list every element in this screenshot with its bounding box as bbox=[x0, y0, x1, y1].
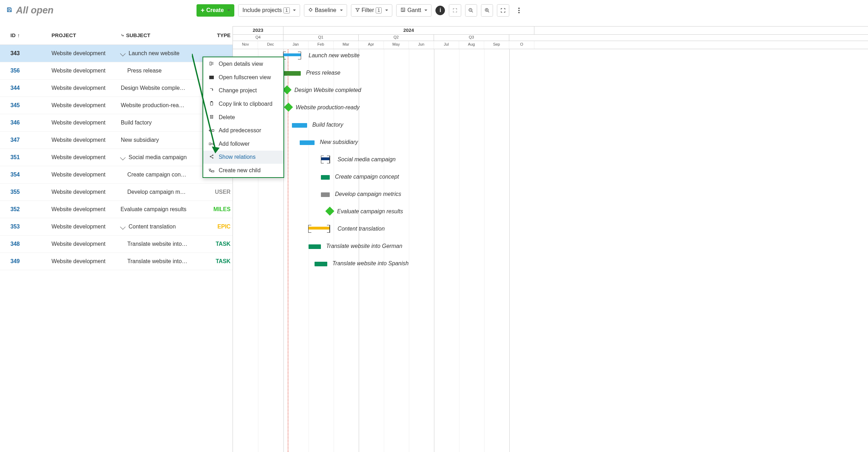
work-package-subject[interactable]: New subsidiary bbox=[121, 137, 214, 143]
display-mode-button[interactable]: Gantt bbox=[396, 4, 432, 16]
svg-line-40 bbox=[211, 157, 213, 158]
gantt-row[interactable]: Content translation bbox=[233, 221, 532, 238]
context-menu-item[interactable]: Add follower bbox=[203, 137, 284, 151]
table-row[interactable]: 352Website developmentEvaluate campaign … bbox=[0, 201, 233, 218]
timeline-month: Mar bbox=[334, 41, 359, 49]
gantt-row[interactable]: Develop campaign metrics bbox=[233, 186, 532, 204]
table-row[interactable]: 353Website developmentContent translatio… bbox=[0, 218, 233, 236]
fullscreen-button[interactable] bbox=[449, 4, 461, 16]
work-package-subject[interactable]: Translate website into… bbox=[121, 258, 214, 265]
gantt-summary-bar[interactable] bbox=[309, 227, 330, 230]
timeline-month: Nov bbox=[233, 41, 258, 49]
work-package-subject[interactable]: Website production-rea… bbox=[121, 102, 214, 109]
context-menu: Open details viewOpen fullscreen viewCha… bbox=[203, 57, 285, 178]
timeline-year: 2023 bbox=[233, 27, 283, 34]
gantt-summary-bar[interactable] bbox=[321, 157, 330, 161]
work-package-subject[interactable]: Launch new website bbox=[121, 50, 214, 57]
work-package-id[interactable]: 344 bbox=[10, 85, 51, 91]
table-row[interactable]: 344Website developmentDesign Website com… bbox=[0, 80, 233, 97]
context-menu-item[interactable]: Copy link to clipboard bbox=[203, 97, 284, 111]
create-button[interactable]: + Create bbox=[197, 4, 234, 16]
gantt-bar[interactable] bbox=[315, 262, 327, 266]
table-row[interactable]: 348Website developmentTranslate website … bbox=[0, 236, 233, 253]
table-row[interactable]: 343Website developmentLaunch new website bbox=[0, 45, 233, 62]
work-package-id[interactable]: 355 bbox=[10, 189, 51, 195]
more-button[interactable] bbox=[513, 4, 525, 16]
table-row[interactable]: 355Website developmentDevelop campaign m… bbox=[0, 184, 233, 201]
work-package-id[interactable]: 349 bbox=[10, 258, 51, 265]
table-row[interactable]: 346Website developmentBuild factory bbox=[0, 114, 233, 132]
sort-asc-icon: ↑ bbox=[17, 33, 20, 38]
work-package-subject[interactable]: Content translation bbox=[121, 224, 214, 230]
gantt-label: Translate website into German bbox=[326, 243, 402, 249]
gantt-summary-bar[interactable] bbox=[283, 53, 301, 57]
context-menu-item[interactable]: Create new child bbox=[203, 164, 284, 177]
context-menu-item[interactable]: Delete bbox=[203, 111, 284, 124]
work-package-id[interactable]: 356 bbox=[10, 68, 51, 74]
column-type[interactable]: TYPE bbox=[214, 33, 233, 38]
work-package-subject[interactable]: Design Website comple… bbox=[121, 85, 214, 91]
timeline-month: Dec bbox=[258, 41, 283, 49]
work-package-subject[interactable]: Develop campaign m… bbox=[121, 189, 214, 195]
context-menu-item[interactable]: Open details view bbox=[203, 57, 284, 71]
filter-button[interactable]: Filter 1 bbox=[351, 4, 393, 16]
context-menu-item[interactable]: Add predecessor bbox=[203, 124, 284, 137]
work-package-project: Website development bbox=[52, 50, 121, 57]
include-projects-button[interactable]: Include projects 1 bbox=[238, 4, 300, 16]
table-row[interactable]: 347Website developmentNew subsidiary bbox=[0, 132, 233, 149]
column-project[interactable]: PROJECT bbox=[52, 33, 121, 38]
gantt-bar[interactable] bbox=[321, 192, 330, 197]
work-package-id[interactable]: 353 bbox=[10, 224, 51, 230]
work-package-subject[interactable]: Press release bbox=[121, 68, 214, 74]
gantt-bar[interactable] bbox=[300, 140, 315, 145]
work-package-subject[interactable]: Translate website into… bbox=[121, 241, 214, 247]
work-package-subject[interactable]: Evaluate campaign results bbox=[121, 206, 213, 213]
work-package-id[interactable]: 351 bbox=[10, 154, 51, 161]
info-button[interactable]: i bbox=[435, 6, 445, 15]
work-package-subject[interactable]: Create campaign con… bbox=[121, 172, 214, 178]
table-row[interactable]: 349Website developmentTranslate website … bbox=[0, 253, 233, 270]
svg-line-12 bbox=[472, 11, 473, 12]
column-subject[interactable]: ⤷ SUBJECT bbox=[121, 33, 214, 38]
table-row[interactable]: 351Website developmentSocial media campa… bbox=[0, 149, 233, 166]
table-row[interactable]: 356Website developmentPress release bbox=[0, 62, 233, 80]
baseline-button[interactable]: Baseline bbox=[304, 4, 347, 16]
hierarchy-icon: ⤷ bbox=[121, 33, 124, 38]
save-icon[interactable] bbox=[6, 6, 12, 15]
work-package-id[interactable]: 343 bbox=[10, 50, 51, 57]
context-menu-item[interactable]: Show relations bbox=[203, 151, 284, 164]
context-menu-item[interactable]: Change project bbox=[203, 84, 284, 98]
work-package-id[interactable]: 346 bbox=[10, 120, 51, 126]
gantt-milestone[interactable] bbox=[284, 103, 293, 112]
table-row[interactable]: 354Website developmentCreate campaign co… bbox=[0, 166, 233, 184]
chevron-down-icon[interactable] bbox=[120, 51, 125, 56]
gantt-bar[interactable] bbox=[321, 175, 330, 180]
filter-count: 1 bbox=[376, 7, 382, 13]
chevron-down-icon[interactable] bbox=[120, 155, 125, 160]
zoom-in-button[interactable] bbox=[481, 4, 493, 16]
gantt-row[interactable]: Translate website into Spanish bbox=[233, 256, 532, 273]
gantt-bar[interactable] bbox=[292, 123, 307, 128]
work-package-id[interactable]: 354 bbox=[10, 172, 51, 178]
gantt-milestone[interactable] bbox=[325, 207, 334, 216]
timeline-month: Jun bbox=[409, 41, 434, 49]
filter-label: Filter bbox=[362, 7, 374, 13]
zoom-auto-button[interactable] bbox=[497, 4, 509, 16]
work-package-project: Website development bbox=[52, 137, 121, 143]
work-package-id[interactable]: 347 bbox=[10, 137, 51, 143]
column-id[interactable]: ID ↑ bbox=[10, 33, 51, 38]
gantt-bar[interactable] bbox=[283, 71, 301, 76]
work-package-id[interactable]: 352 bbox=[10, 206, 51, 213]
work-package-id[interactable]: 345 bbox=[10, 102, 51, 109]
gantt-bar[interactable] bbox=[309, 244, 321, 249]
work-package-id[interactable]: 348 bbox=[10, 241, 51, 247]
table-row[interactable]: 345Website developmentWebsite production… bbox=[0, 97, 233, 114]
context-menu-item[interactable]: Open fullscreen view bbox=[203, 71, 284, 84]
gantt-row[interactable]: Evaluate campaign results bbox=[233, 204, 532, 221]
svg-rect-32 bbox=[212, 130, 214, 132]
work-package-subject[interactable]: Social media campaign bbox=[121, 154, 214, 161]
gantt-row[interactable]: Translate website into German bbox=[233, 238, 532, 256]
zoom-out-button[interactable] bbox=[465, 4, 477, 16]
chevron-down-icon[interactable] bbox=[120, 224, 125, 230]
work-package-subject[interactable]: Build factory bbox=[121, 120, 214, 126]
